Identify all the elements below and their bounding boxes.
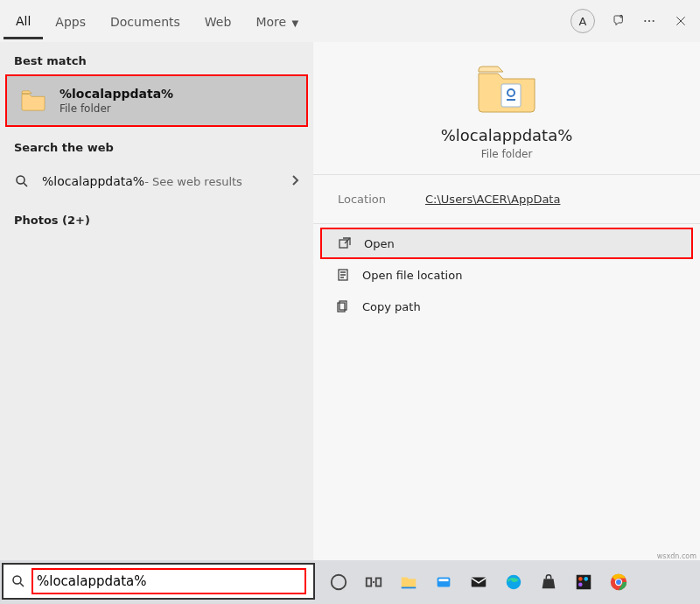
web-result-title: %localappdata% [42,174,144,188]
svg-point-25 [616,579,621,585]
location-value[interactable]: C:\Users\ACER\AppData [425,193,560,206]
result-subtitle: File folder [60,102,173,115]
action-open-location[interactable]: Open file location [317,259,696,291]
preview-pane: %localappdata% File folder Location C:\U… [313,42,700,560]
photos-label[interactable]: Photos (2+) [0,201,313,234]
svg-point-2 [648,20,650,22]
feedback-icon[interactable] [602,5,634,37]
svg-point-20 [578,577,583,581]
folder-icon [475,63,538,114]
svg-point-0 [620,15,623,18]
action-copy-path-label: Copy path [362,300,421,313]
open-icon [338,236,352,250]
svg-rect-16 [439,579,449,581]
edge-icon[interactable] [504,572,523,592]
action-open-label: Open [364,237,395,250]
mail-icon[interactable] [469,572,488,592]
svg-point-3 [653,20,654,22]
search-tabs: All Apps Documents Web More ▼ A [0,0,700,42]
more-options-icon[interactable] [634,5,665,37]
svg-point-4 [17,176,24,184]
preview-name: %localappdata% [441,126,573,144]
close-icon[interactable] [665,5,696,37]
location-label: Location [338,193,425,206]
tab-apps[interactable]: Apps [43,4,98,38]
store-icon[interactable] [539,572,558,592]
svg-point-12 [332,575,346,590]
file-explorer-icon[interactable] [399,572,418,592]
tab-documents[interactable]: Documents [98,4,192,38]
search-icon [10,573,26,589]
search-bar[interactable] [2,563,315,600]
taskbar [0,560,700,604]
chevron-down-icon: ▼ [292,18,299,28]
action-copy-path[interactable]: Copy path [317,291,696,322]
svg-rect-14 [376,578,382,586]
svg-point-22 [584,577,588,581]
chrome-icon[interactable] [609,572,628,592]
best-match-label: Best match [0,42,313,74]
user-avatar[interactable]: A [570,9,595,33]
folder-icon [19,87,47,115]
svg-rect-13 [367,578,372,586]
cortana-icon[interactable] [329,572,348,592]
svg-rect-15 [438,578,451,587]
chevron-right-icon [290,173,299,190]
svg-point-1 [644,20,646,22]
action-open-location-label: Open file location [362,269,462,282]
svg-point-11 [13,576,21,584]
svg-rect-19 [577,575,592,590]
best-match-result[interactable]: %localappdata% File folder [5,74,308,127]
preview-type: File folder [481,148,533,160]
results-pane: Best match %localappdata% File folder Se… [0,42,313,560]
web-result-suffix: - See web results [144,175,242,188]
svg-rect-17 [472,578,486,587]
search-input[interactable] [32,568,306,594]
app-icon-2[interactable] [574,572,593,592]
app-icon-1[interactable] [434,572,453,592]
tab-more[interactable]: More ▼ [243,4,311,38]
copy-icon [336,299,350,313]
tab-web[interactable]: Web [192,4,244,38]
task-view-icon[interactable] [364,572,383,592]
action-open[interactable]: Open [320,228,693,259]
search-web-label: Search the web [0,129,313,161]
svg-point-18 [507,575,522,590]
tab-all[interactable]: All [4,4,43,39]
folder-open-icon [336,268,350,282]
svg-rect-7 [340,240,347,248]
result-title: %localappdata% [60,87,173,101]
watermark: wsxdn.com [657,552,696,560]
search-icon [14,173,30,189]
web-result-row[interactable]: %localappdata% - See web results [0,161,313,201]
svg-point-21 [578,582,583,586]
